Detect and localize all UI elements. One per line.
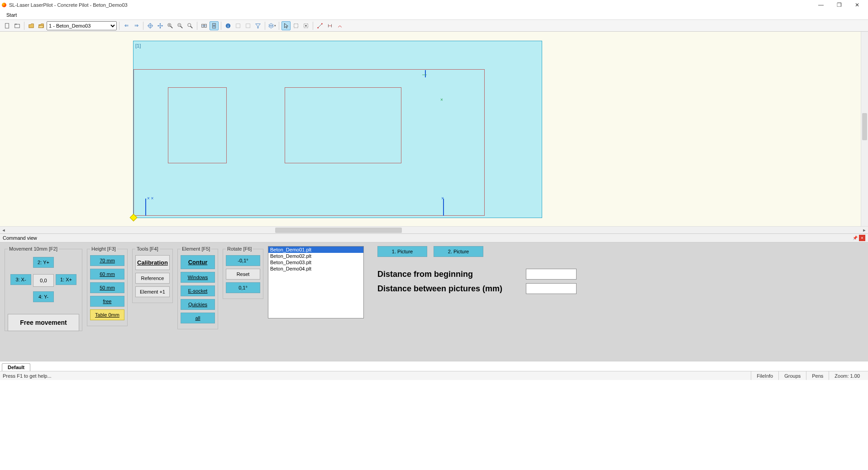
rotate-plus-button[interactable]: 0,1°	[226, 282, 260, 293]
toolbar: 1 - Beton_Demo03 ⇐ ⇒ i ▾	[0, 20, 868, 32]
shape-inner-rect-1	[168, 87, 227, 163]
marker-x-1: × ×	[147, 196, 153, 201]
picture-1-button[interactable]: 1. Picture	[377, 246, 427, 257]
svg-marker-34	[285, 23, 288, 28]
window-title: SL-Laser LaserPilot - Concrete Pilot - B…	[9, 2, 128, 8]
close-button[interactable]: ✕	[848, 0, 866, 9]
tool-a-icon[interactable]	[234, 21, 243, 30]
rotate-minus-button[interactable]: -0,1°	[226, 255, 260, 266]
move-icon[interactable]	[156, 21, 165, 30]
svg-rect-0	[5, 23, 9, 28]
element-plus-button[interactable]: Element +1	[135, 286, 170, 297]
contur-button[interactable]: Contur	[181, 255, 215, 269]
viewport-index-label: [1]	[135, 43, 141, 48]
filter-icon[interactable]	[253, 21, 262, 30]
pin-icon[interactable]: 📌	[852, 235, 858, 241]
distance-begin-input[interactable]	[526, 269, 577, 280]
select-rect-icon[interactable]	[291, 21, 300, 30]
titlebar: SL-Laser LaserPilot - Concrete Pilot - B…	[0, 0, 868, 10]
drawing-viewport: [1] × × × — ×	[133, 41, 542, 218]
picture-settings: 1. Picture 2. Picture Distance from begi…	[368, 246, 863, 298]
info-icon[interactable]: i	[224, 21, 233, 30]
zoom-out-icon[interactable]	[176, 21, 185, 30]
file-list[interactable]: Beton_Demo01.pltBeton_Demo02.pltBeton_De…	[268, 246, 364, 318]
esocket-button[interactable]: E-socket	[181, 285, 215, 296]
marker-x-2: ×	[441, 196, 444, 201]
svg-marker-31	[256, 24, 261, 28]
svg-line-20	[191, 26, 192, 28]
rotate-reset-button[interactable]: Reset	[226, 269, 260, 280]
svg-point-40	[321, 23, 323, 24]
windows-button[interactable]: Windows	[181, 272, 215, 283]
height-table-button[interactable]: Table 0mm	[90, 309, 124, 320]
picture-2-button[interactable]: 2. Picture	[434, 246, 483, 257]
measure-c-icon[interactable]	[335, 21, 344, 30]
minimize-button[interactable]: —	[812, 0, 830, 9]
flip-v-icon[interactable]	[210, 21, 219, 30]
flip-h-icon[interactable]	[200, 21, 209, 30]
rotate-panel: Rotate [F6] -0,1° Reset 0,1°	[223, 246, 263, 299]
new-file-icon[interactable]	[3, 21, 12, 30]
menubar: Start	[0, 10, 868, 20]
free-movement-button[interactable]: Free movement	[8, 314, 79, 331]
tool-b-icon[interactable]	[243, 21, 253, 30]
move-x-minus-button[interactable]: 3: X-	[10, 274, 31, 285]
measure-b-icon[interactable]	[325, 21, 334, 30]
svg-rect-30	[246, 24, 250, 28]
select-lasso-icon[interactable]	[301, 21, 310, 30]
open-icon[interactable]	[27, 21, 36, 30]
svg-marker-11	[162, 25, 163, 27]
svg-line-17	[181, 26, 182, 28]
pointer-icon[interactable]	[281, 21, 291, 30]
menu-start[interactable]: Start	[3, 11, 20, 19]
svg-rect-1	[15, 24, 20, 28]
zoom-fit-icon[interactable]	[186, 21, 195, 30]
nav-back-icon[interactable]: ⇐	[122, 21, 131, 30]
nav-forward-icon[interactable]: ⇒	[132, 21, 141, 30]
move-y-plus-button[interactable]: 2: Y+	[33, 257, 54, 268]
vertical-scrollbar[interactable]	[861, 32, 868, 226]
movement-title: Movement 10mm [F2]	[8, 246, 59, 252]
file-list-item[interactable]: Beton_Demo01.plt	[268, 247, 363, 253]
horizontal-scrollbar[interactable]: ◄ ►	[0, 226, 868, 233]
command-view-header: Command view 📌 ×	[0, 233, 868, 242]
move-y-minus-button[interactable]: 4: Y-	[33, 291, 54, 302]
height-60-button[interactable]: 60 mm	[90, 269, 124, 280]
zoom-in-icon[interactable]	[166, 21, 175, 30]
new-folder-icon[interactable]	[13, 21, 22, 30]
height-free-button[interactable]: free	[90, 296, 124, 307]
distance-between-input[interactable]	[526, 283, 577, 294]
marker-blue-1	[145, 199, 146, 216]
tab-strip: Default	[0, 361, 868, 371]
reference-button[interactable]: Reference	[135, 273, 170, 284]
drawing-canvas[interactable]: [1] × × × — ×	[0, 32, 868, 226]
height-50-button[interactable]: 50 mm	[90, 282, 124, 293]
maximize-button[interactable]: ❐	[830, 0, 848, 9]
target-icon[interactable]	[146, 21, 155, 30]
status-groups[interactable]: Groups	[778, 371, 806, 380]
file-list-item[interactable]: Beton_Demo03.plt	[268, 259, 363, 266]
scroll-right-icon[interactable]: ►	[861, 227, 868, 234]
tab-default[interactable]: Default	[2, 363, 30, 371]
status-fileinfo[interactable]: FileInfo	[751, 371, 778, 380]
panel-close-icon[interactable]: ×	[859, 235, 865, 241]
file-list-item[interactable]: Beton_Demo02.plt	[268, 253, 363, 259]
height-70-button[interactable]: 70 mm	[90, 255, 124, 266]
app-icon	[2, 3, 6, 7]
height-title: Height [F3]	[90, 246, 117, 252]
move-x-plus-button[interactable]: 1: X+	[56, 274, 76, 285]
calibration-button[interactable]: Calibration	[135, 255, 170, 270]
svg-text:i: i	[228, 24, 229, 28]
open-folder-icon[interactable]	[37, 21, 46, 30]
quickies-button[interactable]: Quickies	[181, 299, 215, 310]
all-button[interactable]: all	[181, 313, 215, 323]
svg-line-38	[318, 24, 322, 28]
measure-a-icon[interactable]	[315, 21, 324, 30]
movement-panel: Movement 10mm [F2] 2: Y+ 3: X- 0,0 1: X+…	[5, 246, 82, 331]
file-list-item[interactable]: Beton_Demo04.plt	[268, 266, 363, 272]
scroll-left-icon[interactable]: ◄	[0, 227, 7, 234]
status-pens[interactable]: Pens	[806, 371, 829, 380]
document-selector[interactable]: 1 - Beton_Demo03	[47, 21, 117, 30]
distance-begin-label: Distance from beginning	[377, 270, 526, 279]
layers-icon[interactable]: ▾	[267, 21, 277, 30]
